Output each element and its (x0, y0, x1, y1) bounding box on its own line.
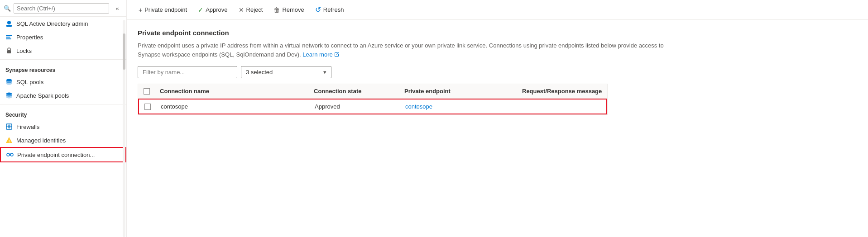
row-request-response (518, 100, 606, 114)
search-input[interactable] (14, 3, 109, 14)
header-request-response: Request/Response message (517, 84, 607, 98)
sidebar-item-private-endpoint[interactable]: Private endpoint connection... (0, 147, 126, 162)
sidebar-item-sql-pools-label: SQL pools (16, 79, 43, 85)
security-section-label: Security (0, 106, 126, 120)
sidebar-item-sql-pools[interactable]: SQL pools (0, 75, 126, 89)
sql-pools-icon (5, 78, 13, 85)
header-checkbox[interactable] (144, 88, 150, 95)
row-private-endpoint: contosope (400, 100, 518, 114)
svg-rect-1 (6, 25, 12, 27)
filter-selected-dropdown[interactable]: 3 selected ▾ (241, 66, 331, 78)
header-checkbox-cell[interactable] (138, 84, 154, 98)
reject-label: Reject (246, 6, 263, 13)
sidebar-item-properties-label: Properties (16, 34, 43, 41)
trash-icon: 🗑 (273, 6, 280, 14)
row-checkbox[interactable] (144, 104, 151, 110)
sidebar-item-private-endpoint-label: Private endpoint connection... (17, 152, 95, 158)
svg-point-0 (7, 21, 11, 24)
page-description: Private endpoint uses a private IP addre… (138, 41, 681, 59)
filter-name-input[interactable] (138, 66, 237, 78)
table-row: contosope Approved contosope (138, 99, 607, 114)
firewall-icon (5, 123, 13, 130)
sidebar-item-sql-active-directory[interactable]: SQL Active Directory admin (0, 17, 126, 30)
approve-button[interactable]: ✓ Approve (193, 4, 232, 16)
svg-rect-4 (6, 38, 11, 39)
sidebar-section-security: Security Firewalls ! Managed identities … (0, 106, 126, 162)
content-area: Private endpoint connection Private endp… (127, 20, 868, 237)
sidebar-item-firewalls[interactable]: Firewalls (0, 120, 126, 133)
refresh-icon: ↺ (315, 5, 321, 14)
private-endpoint-link[interactable]: contosope (405, 103, 432, 110)
sidebar-item-managed-identities-label: Managed identities (16, 137, 66, 144)
row-connection-name: contosope (155, 100, 309, 114)
sidebar-item-locks-label: Locks (16, 47, 32, 54)
reject-button[interactable]: ✕ Reject (234, 4, 268, 16)
plus-icon: + (139, 6, 142, 14)
search-icon: 🔍 (4, 5, 11, 12)
header-connection-name: Connection name (154, 84, 308, 98)
toolbar: + Private endpoint ✓ Approve ✕ Reject 🗑 … (127, 0, 868, 20)
page-title: Private endpoint connection (138, 29, 857, 37)
svg-rect-5 (7, 50, 11, 53)
svg-point-14 (7, 153, 10, 156)
chevron-down-icon: ▾ (323, 69, 326, 76)
row-checkbox-cell[interactable] (139, 100, 155, 114)
sidebar-item-locks[interactable]: Locks (0, 44, 126, 57)
sql-ad-icon (5, 20, 13, 27)
learn-more-link[interactable]: Learn more (302, 50, 339, 59)
filter-selected-label: 3 selected (246, 69, 273, 76)
identity-icon: ! (5, 137, 13, 144)
checkmark-icon: ✓ (198, 6, 203, 14)
main-content: + Private endpoint ✓ Approve ✕ Reject 🗑 … (127, 0, 868, 237)
add-private-endpoint-button[interactable]: + Private endpoint (134, 4, 192, 16)
row-connection-state: Approved (309, 100, 400, 114)
header-connection-state: Connection state (308, 84, 399, 98)
sidebar-item-firewalls-label: Firewalls (16, 123, 39, 130)
sidebar-section-synapse: Synapse resources SQL pools Apache Spark… (0, 62, 126, 102)
sidebar-item-sql-ad-label: SQL Active Directory admin (16, 20, 88, 27)
properties-icon (5, 33, 13, 41)
remove-label: Remove (282, 6, 304, 13)
scrollbar[interactable] (123, 20, 126, 237)
svg-rect-3 (6, 37, 10, 38)
sidebar: 🔍 « SQL Active Directory admin Propertie… (0, 0, 127, 237)
collapse-button[interactable]: « (112, 3, 123, 14)
sidebar-item-apache-spark-pools[interactable]: Apache Spark pools (0, 89, 126, 102)
search-bar: 🔍 « (0, 0, 126, 17)
sidebar-item-managed-identities[interactable]: ! Managed identities (0, 133, 126, 147)
reject-icon: ✕ (239, 6, 244, 14)
sidebar-item-properties[interactable]: Properties (0, 30, 126, 44)
spark-icon (5, 92, 13, 99)
filter-row: 3 selected ▾ (138, 66, 857, 78)
header-private-endpoint: Private endpoint (399, 84, 517, 98)
remove-button[interactable]: 🗑 Remove (269, 4, 308, 16)
refresh-button[interactable]: ↺ Refresh (311, 3, 349, 16)
table-header: Connection name Connection state Private… (138, 84, 607, 99)
sidebar-section-misc: SQL Active Directory admin Properties Lo… (0, 17, 126, 57)
table-container: Connection name Connection state Private… (138, 84, 608, 115)
svg-text:!: ! (9, 139, 10, 143)
synapse-section-label: Synapse resources (0, 62, 126, 75)
refresh-label: Refresh (323, 6, 344, 13)
approve-label: Approve (206, 6, 227, 13)
svg-point-15 (10, 153, 13, 156)
endpoint-icon (6, 151, 14, 158)
locks-icon (5, 47, 13, 54)
svg-rect-2 (6, 35, 12, 36)
add-private-endpoint-label: Private endpoint (144, 6, 187, 13)
sidebar-item-apache-spark-label: Apache Spark pools (16, 92, 69, 99)
